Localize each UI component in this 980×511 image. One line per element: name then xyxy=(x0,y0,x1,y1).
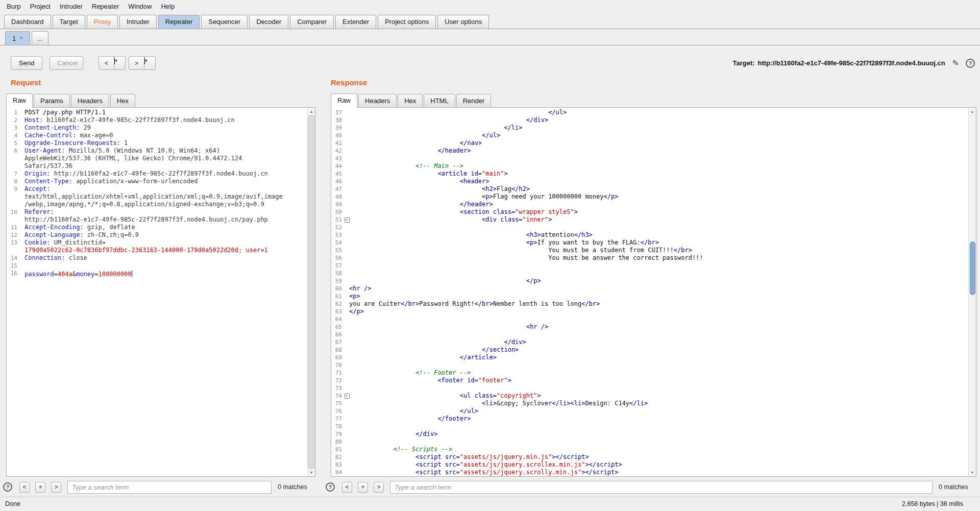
search-input[interactable] xyxy=(390,481,933,494)
collapse-icon[interactable] xyxy=(345,216,349,224)
editor-line[interactable]: 4Cache-Control: max-age=0 xyxy=(7,132,307,139)
editor-line[interactable]: 6User-Agent: Mozilla/5.0 (Windows NT 10.… xyxy=(7,147,307,155)
close-icon[interactable]: × xyxy=(19,32,22,44)
menu-item-project[interactable]: Project xyxy=(25,2,55,11)
menu-item-intruder[interactable]: Intruder xyxy=(55,2,87,11)
editor-line[interactable]: Safari/537.36 xyxy=(7,162,307,170)
editor-line[interactable]: 72<footer id="footer"> xyxy=(331,377,968,384)
editor-line[interactable]: AppleWebKit/537.36 (KHTML, like Gecko) C… xyxy=(7,155,307,162)
tab-target[interactable]: Target xyxy=(53,15,85,29)
editor-line[interactable]: 77</footer> xyxy=(331,415,968,423)
editor-line[interactable]: 41</nav> xyxy=(331,139,968,147)
editor-line[interactable]: 52 xyxy=(331,224,968,231)
history-back-button[interactable]: < ▾ xyxy=(99,56,126,70)
menu-item-help[interactable]: Help xyxy=(156,2,179,11)
response-tab-html[interactable]: HTML xyxy=(424,94,455,108)
tab-extender[interactable]: Extender xyxy=(335,15,376,29)
tab-proxy[interactable]: Proxy xyxy=(87,15,118,29)
tab-intruder[interactable]: Intruder xyxy=(119,15,157,29)
editor-line[interactable]: 46<header> xyxy=(331,178,968,185)
editor-line[interactable]: 40</ul> xyxy=(331,132,968,139)
tab-project-options[interactable]: Project options xyxy=(378,15,436,29)
prev-match-button[interactable]: < xyxy=(342,482,352,493)
editor-line[interactable]: 69</article> xyxy=(331,354,968,361)
editor-line[interactable]: 59</p> xyxy=(331,277,968,285)
editor-line[interactable]: 12Accept-Language: zh-CN,zh;q=0.9 xyxy=(7,231,307,239)
tab-repeater[interactable]: Repeater xyxy=(158,15,200,29)
editor-line[interactable]: 5Upgrade-Insecure-Requests: 1 xyxy=(7,139,307,147)
editor-line[interactable]: 60<hr /> xyxy=(331,285,968,293)
editor-line[interactable]: 67</div> xyxy=(331,338,968,346)
editor-line[interactable]: 47<h2>Flag</h2> xyxy=(331,185,968,193)
response-tab-hex[interactable]: Hex xyxy=(398,94,423,108)
editor-line[interactable]: 39</li> xyxy=(331,124,968,132)
editor-line[interactable]: 44<!-- Main --> xyxy=(331,162,968,170)
editor-line[interactable]: text/html,application/xhtml+xml,applicat… xyxy=(7,193,307,201)
editor-line[interactable]: 82<script src="assets/js/jquery.min.js">… xyxy=(331,453,968,461)
editor-line[interactable]: 56You must be answer the correct passwor… xyxy=(331,254,968,262)
tab-comparer[interactable]: Comparer xyxy=(290,15,334,29)
response-editor[interactable]: 37</ul>38</div>39</li>40</ul>41</nav>42<… xyxy=(331,107,976,477)
request-tab-params[interactable]: Params xyxy=(34,94,70,108)
editor-line[interactable]: /webp,image/apng,*/*;q=0.8,application/s… xyxy=(7,201,307,208)
editor-line[interactable]: 73 xyxy=(331,384,968,392)
history-forward-button[interactable]: > ▾ xyxy=(129,56,156,70)
menu-item-window[interactable]: Window xyxy=(124,2,156,11)
help-icon[interactable]: ? xyxy=(326,482,335,492)
editor-line[interactable]: 55You must be a student from CUIT!!!</br… xyxy=(331,247,968,254)
editor-line[interactable]: 64 xyxy=(331,315,968,323)
editor-line[interactable]: 15 xyxy=(7,262,307,270)
next-match-button[interactable]: > xyxy=(374,482,384,493)
editor-line[interactable]: 7Origin: http://b1160fa2-e1c7-49fe-985c-… xyxy=(7,170,307,178)
editor-line[interactable]: 2Host: b1160fa2-e1c7-49fe-985c-22f7f2897… xyxy=(7,116,307,124)
editor-line[interactable]: 75<li>&copy; Syclover</li><li>Design: C1… xyxy=(331,400,968,407)
editor-line[interactable]: 11Accept-Encoding: gzip, deflate xyxy=(7,224,307,231)
request-tab-raw[interactable]: Raw xyxy=(6,93,33,108)
response-scrollbar-thumb[interactable] xyxy=(970,241,975,295)
menu-item-repeater[interactable]: Repeater xyxy=(87,2,124,11)
editor-line[interactable]: 83<script src="assets/js/jquery.scrollex… xyxy=(331,461,968,469)
search-input[interactable] xyxy=(67,481,272,494)
new-session-tab[interactable]: ... xyxy=(32,31,48,45)
editor-line[interactable]: http://b1160fa2-e1c7-49fe-985c-22f7f2897… xyxy=(7,216,307,224)
forward-arrow-icon[interactable]: > xyxy=(129,57,144,69)
editor-line[interactable]: 54<p>If you want to buy the FLAG:</br> xyxy=(331,239,968,247)
chevron-down-icon[interactable]: ▾ xyxy=(114,58,125,64)
help-icon[interactable]: ? xyxy=(966,59,975,68)
scroll-up-icon[interactable]: ▲ xyxy=(308,108,315,115)
scroll-down-icon[interactable]: ▼ xyxy=(969,469,976,476)
editor-line[interactable]: 8Content-Type: application/x-www-form-ur… xyxy=(7,178,307,185)
tab-sequencer[interactable]: Sequencer xyxy=(201,15,248,29)
response-tab-headers[interactable]: Headers xyxy=(358,94,397,108)
editor-line[interactable]: 1POST /pay.php HTTP/1.1 xyxy=(7,109,307,116)
editor-line[interactable]: 84<script src="assets/js/jquery.scrolly.… xyxy=(331,469,968,476)
editor-line[interactable]: 70 xyxy=(331,361,968,369)
response-tab-raw[interactable]: Raw xyxy=(331,93,357,108)
menu-item-burp[interactable]: Burp xyxy=(2,2,25,11)
editor-line[interactable]: 14Connection: close xyxy=(7,254,307,262)
search-options-button[interactable]: + xyxy=(358,482,368,493)
editor-line[interactable]: 66 xyxy=(331,331,968,338)
request-tab-hex[interactable]: Hex xyxy=(110,94,135,108)
request-tab-headers[interactable]: Headers xyxy=(71,94,109,108)
editor-line[interactable]: 38</div> xyxy=(331,116,968,124)
editor-line[interactable]: 16password=404a&money=100000000 xyxy=(7,270,307,277)
editor-line[interactable]: 81<!-- Scripts --> xyxy=(331,446,968,453)
editor-line[interactable]: 50<section class="wrapper style5"> xyxy=(331,208,968,216)
editor-line[interactable]: 57 xyxy=(331,262,968,270)
scroll-down-icon[interactable]: ▼ xyxy=(308,469,315,476)
edit-target-icon[interactable]: ✎ xyxy=(952,58,959,68)
editor-line[interactable]: 13Cookie: UM_distinctid= xyxy=(7,239,307,247)
editor-line[interactable]: 49</header> xyxy=(331,201,968,208)
editor-line[interactable]: 61<p> xyxy=(331,293,968,300)
request-editor[interactable]: 1POST /pay.php HTTP/1.12Host: b1160fa2-e… xyxy=(6,107,315,477)
editor-line[interactable]: 43 xyxy=(331,155,968,162)
editor-line[interactable]: 62you are Cuiter</br>Password Right!</br… xyxy=(331,300,968,308)
scroll-up-icon[interactable]: ▲ xyxy=(969,108,976,115)
send-button[interactable]: Send xyxy=(11,56,42,70)
editor-line[interactable]: 76</ul> xyxy=(331,407,968,415)
back-arrow-icon[interactable]: < xyxy=(99,57,114,69)
editor-line[interactable]: 65<hr /> xyxy=(331,323,968,331)
editor-line[interactable]: 3Content-Length: 29 xyxy=(7,124,307,132)
next-match-button[interactable]: > xyxy=(51,482,61,493)
